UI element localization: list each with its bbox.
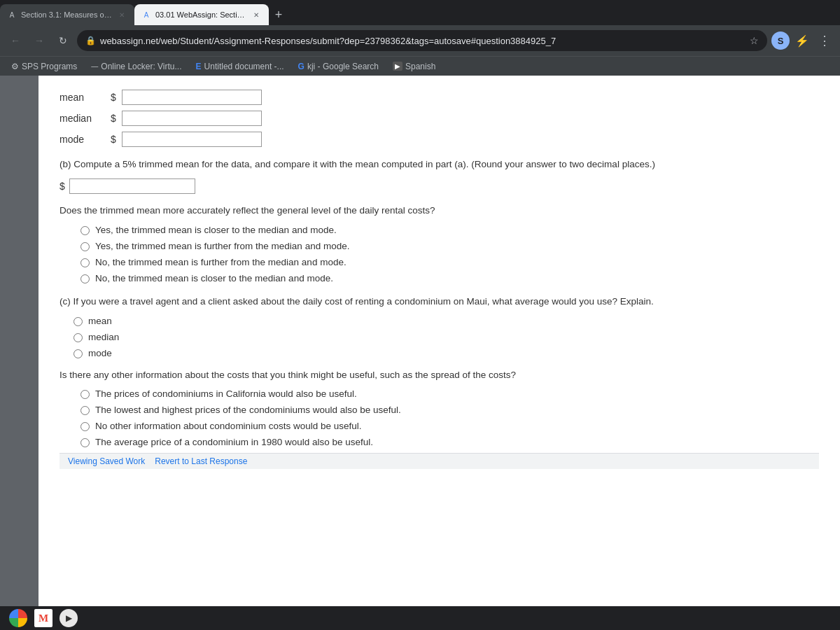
radio-c-mode[interactable]: mode (74, 348, 819, 358)
taskbar-chrome[interactable] (8, 608, 28, 628)
bookmark-google-search[interactable]: G kji - Google Search (293, 60, 384, 73)
taskbar-gmail[interactable]: M (34, 608, 53, 628)
radio-followup-2-input[interactable] (80, 406, 90, 415)
star-icon[interactable]: ☆ (750, 35, 759, 46)
extensions-icon[interactable]: ⚡ (792, 31, 812, 50)
mode-row: mode $ (59, 132, 819, 147)
bookmark-label-locker: Online Locker: Virtu... (101, 62, 181, 71)
bookmark-spanish[interactable]: ▶ Spanish (387, 60, 441, 73)
mode-label: mode (59, 134, 105, 145)
profile-icon[interactable]: S (771, 31, 790, 50)
section-b-options: Yes, the trimmed mean is closer to the m… (80, 225, 819, 284)
radio-c-mode-label: mode (88, 348, 112, 358)
radio-c-mode-input[interactable] (74, 349, 83, 358)
radio-followup-4-input[interactable] (80, 438, 90, 447)
mode-dollar: $ (111, 134, 116, 145)
radio-b-3[interactable] (80, 258, 90, 267)
address-bar-row: ← → ↻ 🔒 webassign.net/web/Student/Assign… (0, 25, 840, 56)
radio-followup-4[interactable]: The average price of a condominium in 19… (80, 437, 819, 447)
median-input[interactable] (122, 111, 262, 126)
bottom-bar: Viewing Saved Work Revert to Last Respon… (59, 453, 819, 469)
radio-b-option-4[interactable]: No, the trimmed mean is closer to the me… (80, 273, 819, 284)
radio-followup-1-input[interactable] (80, 390, 90, 399)
back-button[interactable]: ← (6, 31, 25, 50)
radio-c-mean-label: mean (88, 316, 112, 326)
radio-followup-2-label: The lowest and highest prices of the con… (95, 405, 401, 415)
radio-c-mean[interactable]: mean (74, 316, 819, 326)
radio-b-1[interactable] (80, 226, 90, 235)
address-bar[interactable]: 🔒 webassign.net/web/Student/Assignment-R… (77, 30, 767, 51)
bookmark-label-google: kji - Google Search (307, 62, 379, 71)
tab-icon-1: A (7, 10, 17, 20)
radio-b-label-1: Yes, the trimmed mean is closer to the m… (95, 225, 337, 235)
radio-c-median-label: median (88, 332, 119, 342)
followup-options: The prices of condominiums in California… (80, 388, 819, 447)
taskbar: M ▶ (0, 606, 840, 630)
revert-link[interactable]: Revert to Last Response (155, 456, 247, 466)
radio-followup-3-label: No other information about condominium c… (95, 421, 361, 431)
radio-c-mean-input[interactable] (74, 317, 83, 326)
bookmark-label-sps: SPS Programs (22, 62, 77, 71)
chrome-icon (9, 609, 27, 627)
radio-followup-2[interactable]: The lowest and highest prices of the con… (80, 405, 819, 415)
mean-dollar: $ (111, 92, 116, 103)
page-area: mean $ median $ mode $ (b) Compute a 5% … (0, 76, 840, 606)
radio-b-option-2[interactable]: Yes, the trimmed mean is further from th… (80, 241, 819, 251)
radio-b-label-2: Yes, the trimmed mean is further from th… (95, 241, 349, 251)
bookmark-label-doc: Untitled document -... (204, 62, 284, 71)
viewing-saved-work-link[interactable]: Viewing Saved Work (68, 456, 145, 466)
toolbar-icons: S ⚡ ⋮ (771, 31, 834, 50)
radio-followup-3-input[interactable] (80, 422, 90, 431)
radio-b-option-3[interactable]: No, the trimmed mean is further from the… (80, 257, 819, 267)
tab-label-2: 03.01 WebAssign: Section 3.1: M (155, 10, 246, 19)
forward-button[interactable]: → (29, 31, 49, 50)
radio-b-option-1[interactable]: Yes, the trimmed mean is closer to the m… (80, 225, 819, 235)
bookmark-icon-sps: ⚙ (11, 62, 19, 71)
radio-b-4[interactable] (80, 274, 90, 284)
bookmark-icon-spanish: ▶ (393, 62, 402, 71)
new-tab-button[interactable]: + (269, 5, 288, 24)
mean-row: mean $ (59, 90, 819, 105)
section-b-label: (b) Compute a 5% trimmed mean for the da… (59, 158, 819, 172)
bookmarks-bar: ⚙ SPS Programs — Online Locker: Virtu...… (0, 56, 840, 76)
trimmed-mean-input[interactable] (69, 178, 195, 194)
radio-followup-1[interactable]: The prices of condominiums in California… (80, 388, 819, 399)
radio-c-median[interactable]: median (74, 332, 819, 342)
tab-close-1[interactable]: ✕ (116, 9, 127, 20)
bookmark-sps-programs[interactable]: ⚙ SPS Programs (6, 60, 83, 73)
radio-followup-3[interactable]: No other information about condominium c… (80, 421, 819, 431)
tab-close-2[interactable]: ✕ (251, 9, 262, 20)
mean-input[interactable] (122, 90, 262, 105)
bookmark-untitled-doc[interactable]: E Untitled document -... (190, 60, 290, 73)
median-label: median (59, 113, 105, 124)
radio-b-label-4: No, the trimmed mean is closer to the me… (95, 273, 333, 284)
section-c-options: mean median mode (74, 316, 819, 358)
median-row: median $ (59, 111, 819, 126)
tab-label-1: Section 3.1: Measures of Central (21, 10, 112, 19)
more-options-icon[interactable]: ⋮ (815, 31, 834, 50)
taskbar-play[interactable]: ▶ (59, 608, 78, 628)
radio-c-median-input[interactable] (74, 333, 83, 342)
bookmark-icon-locker: — (91, 62, 98, 70)
trimmed-dollar: $ (59, 181, 65, 192)
mode-input[interactable] (122, 132, 262, 147)
bookmark-label-spanish: Spanish (405, 62, 435, 71)
radio-b-label-3: No, the trimmed mean is further from the… (95, 257, 346, 267)
radio-followup-4-label: The average price of a condominium in 19… (95, 437, 373, 447)
tab-webassign[interactable]: A 03.01 WebAssign: Section 3.1: M ✕ (134, 4, 269, 25)
browser-chrome: A Section 3.1: Measures of Central ✕ A 0… (0, 0, 840, 76)
bookmark-icon-doc: E (196, 62, 202, 71)
mean-label: mean (59, 92, 105, 103)
bookmark-online-locker[interactable]: — Online Locker: Virtu... (85, 60, 187, 73)
reload-button[interactable]: ↻ (53, 31, 73, 50)
gmail-icon: M (34, 609, 52, 627)
radio-b-2[interactable] (80, 242, 90, 251)
address-text: webassign.net/web/Student/Assignment-Res… (100, 36, 746, 46)
tab-bar: A Section 3.1: Measures of Central ✕ A 0… (0, 0, 840, 25)
play-icon: ▶ (59, 609, 78, 627)
section-c-header: (c) If you were a travel agent and a cli… (59, 295, 819, 309)
address-icons: ☆ (750, 35, 759, 46)
tab-section31[interactable]: A Section 3.1: Measures of Central ✕ (0, 4, 134, 25)
trimmed-input-row: $ (59, 178, 819, 194)
radio-followup-1-label: The prices of condominiums in California… (95, 388, 357, 399)
